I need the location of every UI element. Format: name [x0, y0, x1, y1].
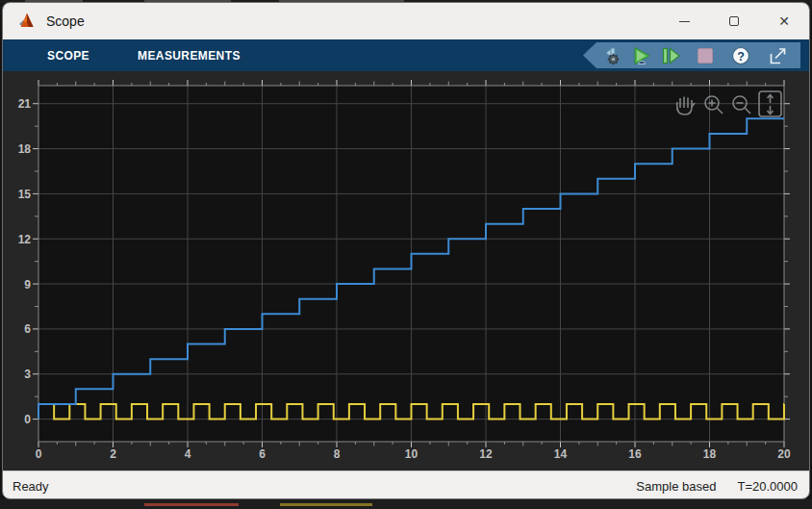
y-tick-label: 3 — [24, 368, 31, 381]
scope-display: 02468101214161820036912151821 — [3, 71, 809, 471]
matlab-logo-icon — [17, 13, 37, 30]
scope-window: Scope ✕ SCOPE MEASUREMENTS — [2, 2, 810, 499]
run-button[interactable] — [631, 45, 652, 66]
svg-text:?: ? — [737, 49, 745, 63]
step-forward-button[interactable] — [660, 45, 681, 66]
background-signal-line — [280, 503, 372, 506]
tab-scope[interactable]: SCOPE — [47, 49, 89, 63]
background-window-bottom-edge — [0, 499, 812, 509]
x-tick-label: 20 — [777, 447, 791, 461]
x-tick-label: 10 — [405, 447, 419, 461]
y-tick-label: 12 — [18, 233, 32, 246]
maximize-button[interactable] — [709, 3, 759, 39]
simulation-toolband: ? — [583, 42, 800, 68]
desktop-background: Scope ✕ SCOPE MEASUREMENTS — [0, 0, 812, 509]
x-tick-label: 18 — [703, 447, 717, 461]
undock-icon — [767, 45, 788, 66]
scope-plot[interactable]: 02468101214161820036912151821 — [3, 71, 809, 471]
undock-button[interactable] — [767, 45, 788, 66]
run-icon — [631, 45, 652, 66]
x-tick-label: 6 — [259, 447, 266, 461]
y-tick-label: 6 — [24, 322, 31, 336]
background-signal-line — [144, 503, 239, 506]
status-text: Ready — [13, 479, 49, 494]
minimize-icon — [679, 21, 690, 22]
sim-time-label: T=20.0000 — [737, 479, 798, 494]
stepping-options-button[interactable] — [602, 45, 623, 66]
close-button[interactable]: ✕ — [759, 3, 809, 39]
y-tick-label: 18 — [18, 142, 32, 156]
minimize-button[interactable] — [659, 3, 709, 39]
window-title: Scope — [46, 13, 85, 29]
titlebar[interactable]: Scope ✕ — [3, 3, 809, 39]
x-tick-label: 16 — [628, 447, 642, 461]
stepping-options-icon — [602, 45, 623, 66]
step-forward-icon — [660, 45, 681, 66]
x-tick-label: 12 — [479, 447, 493, 461]
stop-icon — [695, 45, 716, 66]
y-tick-label: 9 — [24, 278, 31, 292]
stop-button[interactable] — [695, 45, 716, 66]
help-button[interactable]: ? — [730, 45, 751, 66]
statusbar: Ready Sample based T=20.0000 — [3, 471, 809, 499]
x-tick-label: 0 — [36, 447, 42, 461]
y-tick-label: 0 — [24, 413, 31, 426]
x-tick-label: 14 — [554, 447, 568, 461]
x-tick-label: 2 — [110, 447, 116, 461]
x-tick-label: 4 — [185, 447, 191, 461]
sample-mode-label: Sample based — [636, 479, 716, 494]
x-tick-label: 8 — [334, 447, 341, 461]
toolstrip-tabbar: SCOPE MEASUREMENTS — [3, 39, 809, 71]
help-icon: ? — [730, 45, 751, 66]
close-icon: ✕ — [778, 14, 790, 28]
y-tick-label: 15 — [18, 188, 32, 201]
tab-measurements[interactable]: MEASUREMENTS — [138, 49, 241, 63]
y-tick-label: 21 — [18, 97, 32, 111]
maximize-icon — [729, 16, 739, 26]
